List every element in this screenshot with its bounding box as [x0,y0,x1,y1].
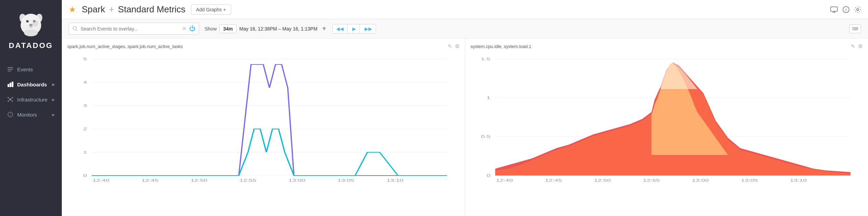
sidebar-item-events[interactable]: Events [0,62,62,77]
sidebar-item-dashboards[interactable]: Dashboards ▶ [0,77,62,92]
page-header: ★ Spark + Standard Metrics Add Graphs + [62,0,868,19]
main-content: ★ Spark + Standard Metrics Add Graphs + [62,0,868,216]
svg-text:12:50: 12:50 [191,178,207,182]
svg-text:1: 1 [487,96,490,100]
header-left: ★ Spark + Standard Metrics Add Graphs + [69,4,231,15]
svg-point-4 [26,20,28,23]
svg-point-21 [12,100,13,102]
chart1-header: spark.job.num_active_stages, spark.job.n… [67,43,459,49]
logo: DATADOG [9,3,53,58]
svg-text:12:40: 12:40 [93,178,110,182]
svg-point-19 [12,97,13,98]
svg-point-10 [24,29,38,36]
search-box: ✕ ⏻ [69,23,199,35]
time-nav-buttons: ◀◀ ▶ ▶▶ [332,24,376,34]
svg-rect-13 [8,71,11,71]
svg-rect-28 [831,7,837,11]
svg-text:12:50: 12:50 [594,178,610,182]
chart1-actions: ✎ ⚙ [448,43,459,49]
chart2-header: system.cpu.idle, system.load.1 ✎ ⚙ [471,43,863,49]
chart2-content: 0 0.5 1 1.5 12:40 12:45 12:50 [471,52,863,213]
svg-text:4: 4 [83,80,87,84]
keyboard-shortcut-button[interactable]: ⌨ [849,24,861,33]
infrastructure-chevron-icon: ▶ [52,98,55,101]
svg-text:13:10: 13:10 [387,178,403,182]
svg-text:12:55: 12:55 [643,178,660,182]
search-power-icon[interactable]: ⏻ [189,25,195,32]
svg-marker-65 [651,63,728,155]
chart2-settings-icon[interactable]: ⚙ [858,43,863,49]
settings-icon[interactable] [854,6,861,13]
time-dropdown-icon[interactable]: ▼ [321,26,327,32]
svg-text:!: ! [10,113,11,117]
time-range-display: May 16, 12:38PM – May 16, 1:13PM [239,26,317,32]
svg-line-23 [11,98,12,99]
svg-line-24 [9,100,9,100]
svg-point-6 [27,21,28,21]
svg-text:i: i [846,8,847,12]
svg-point-18 [8,97,9,98]
svg-line-22 [9,98,9,99]
svg-rect-16 [12,82,13,87]
svg-point-33 [857,9,859,11]
rewind-button[interactable]: ◀◀ [333,24,347,33]
svg-rect-11 [8,67,13,68]
svg-line-25 [11,100,12,100]
search-icon [72,26,78,32]
svg-rect-14 [8,84,9,87]
sidebar-item-monitors[interactable]: ! Monitors ▶ [0,107,62,122]
svg-text:13:05: 13:05 [741,178,758,182]
svg-text:0: 0 [487,173,490,178]
svg-rect-15 [10,83,11,87]
toolbar: ✕ ⏻ Show 34m May 16, 12:38PM – May 16, 1… [62,19,868,38]
time-duration-badge[interactable]: 34m [219,24,237,33]
sidebar-item-monitors-label: Monitors [17,112,37,118]
chart1-svg: 0 1 2 3 4 5 12:40 12:45 12:50 12:55 [67,52,459,186]
add-graphs-button[interactable]: Add Graphs + [191,4,231,15]
sidebar-item-infrastructure-label: Infrastructure [17,97,47,103]
svg-text:12:45: 12:45 [141,178,158,182]
chart1-edit-icon[interactable]: ✎ [448,43,452,49]
sidebar-item-events-label: Events [17,67,33,72]
chart1-settings-icon[interactable]: ⚙ [455,43,459,49]
charts-area: spark.job.num_active_stages, spark.job.n… [62,38,868,216]
favorite-star-icon[interactable]: ★ [69,5,76,14]
chart2-title: system.cpu.idle, system.load.1 [471,44,532,49]
svg-text:0: 0 [83,173,87,178]
info-icon[interactable]: i [843,6,849,13]
search-input[interactable] [81,26,179,32]
page-title: Spark + Standard Metrics [82,4,185,15]
svg-line-35 [76,29,78,31]
chart1-content: 0 1 2 3 4 5 12:40 12:45 12:50 12:55 [67,52,459,213]
search-clear-icon[interactable]: ✕ [182,25,186,32]
chart2-edit-icon[interactable]: ✎ [851,43,855,49]
sidebar-item-infrastructure[interactable]: Infrastructure ▶ [0,92,62,107]
svg-text:2: 2 [83,127,87,131]
svg-text:13:05: 13:05 [338,178,354,182]
chart2-actions: ✎ ⚙ [851,43,863,49]
sidebar-brand-text: DATADOG [9,41,53,50]
chart2-svg: 0 0.5 1 1.5 12:40 12:45 12:50 [471,52,863,186]
chart1-title: spark.job.num_active_stages, spark.job.n… [67,44,183,49]
svg-point-17 [9,98,11,100]
sidebar: DATADOG Events Dashboards ▶ [0,0,62,216]
svg-point-34 [73,26,77,30]
header-right: i [830,6,861,13]
chart-panel-2: system.cpu.idle, system.load.1 ✎ ⚙ 0 0.5 [465,38,868,216]
svg-text:1.5: 1.5 [481,57,490,61]
svg-text:3: 3 [83,104,87,108]
svg-text:13:00: 13:00 [288,178,305,182]
svg-text:1: 1 [83,150,87,154]
play-button[interactable]: ▶ [349,24,360,33]
datadog-logo-icon [15,9,46,40]
chart-panel-1: spark.job.num_active_stages, spark.job.n… [62,38,465,216]
svg-text:12:55: 12:55 [240,178,256,182]
svg-point-8 [29,24,33,26]
svg-rect-12 [8,69,13,70]
show-label: Show [205,26,217,32]
events-icon [7,66,14,73]
svg-text:13:10: 13:10 [790,178,807,182]
fast-forward-button[interactable]: ▶▶ [361,24,376,33]
sidebar-item-dashboards-label: Dashboards [17,82,47,87]
monitor-icon[interactable] [830,7,838,13]
